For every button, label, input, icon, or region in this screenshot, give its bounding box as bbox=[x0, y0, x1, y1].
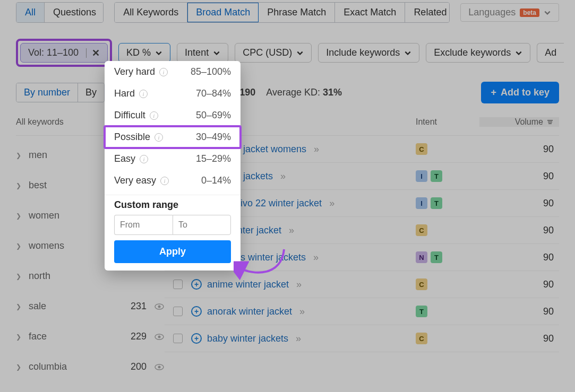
volume-cell: 90 bbox=[479, 333, 559, 344]
beta-badge: beta bbox=[520, 8, 539, 17]
view-segmented: By number By bbox=[16, 83, 105, 102]
intent-cell: C bbox=[416, 224, 479, 236]
chevron-down-icon bbox=[515, 49, 522, 57]
expand-icon[interactable]: + bbox=[191, 279, 202, 290]
languages-dropdown[interactable]: Languages beta bbox=[460, 3, 559, 22]
kd-option-label: Very easy bbox=[114, 175, 156, 186]
chevron-double-icon[interactable]: » bbox=[280, 171, 285, 182]
tab-questions[interactable]: Questions bbox=[45, 3, 104, 22]
svg-point-5 bbox=[158, 365, 161, 368]
filter-ad-label: Ad bbox=[545, 47, 556, 58]
sidebar-item-label: women bbox=[29, 210, 59, 221]
row-checkbox[interactable] bbox=[173, 334, 183, 343]
volume-cell: 90 bbox=[479, 252, 559, 263]
divider bbox=[105, 195, 241, 195]
eye-icon bbox=[154, 333, 165, 341]
filter-cpc[interactable]: CPC (USD) bbox=[235, 43, 312, 63]
sidebar-item[interactable]: ❯ sale 231 bbox=[16, 291, 165, 321]
chevron-double-icon[interactable]: » bbox=[289, 225, 293, 236]
custom-range-label: Custom range bbox=[105, 197, 241, 215]
filter-intent[interactable]: Intent bbox=[177, 43, 228, 63]
th-volume[interactable]: Volume bbox=[479, 117, 559, 127]
highlight-vol: Vol: 11–100 ✕ bbox=[16, 39, 112, 67]
intent-cell: T bbox=[416, 306, 479, 317]
tab-all[interactable]: All bbox=[16, 3, 45, 22]
chevron-right-icon: ❯ bbox=[16, 363, 21, 371]
kd-option-label: Easy bbox=[114, 153, 135, 164]
row-checkbox[interactable] bbox=[173, 307, 183, 316]
svg-point-3 bbox=[158, 335, 161, 338]
tab-exact-match[interactable]: Exact Match bbox=[335, 3, 405, 22]
info-icon[interactable]: i bbox=[140, 155, 148, 163]
apply-button[interactable]: Apply bbox=[114, 240, 231, 263]
kd-option[interactable]: Difficulti 50–69% bbox=[105, 104, 241, 126]
chevron-double-icon[interactable]: » bbox=[313, 252, 317, 263]
chevron-double-icon[interactable]: » bbox=[296, 333, 300, 344]
filter-include-label: Include keywords bbox=[326, 47, 400, 58]
filter-exclude[interactable]: Exclude keywords bbox=[426, 43, 530, 63]
keyword-link[interactable]: anorak winter jacket bbox=[207, 306, 292, 317]
sidebar-item-label: north bbox=[29, 271, 50, 282]
sidebar-item-label: men bbox=[29, 150, 47, 161]
expand-icon[interactable]: + bbox=[191, 333, 202, 344]
tab-related[interactable]: Related bbox=[405, 3, 450, 22]
filter-intent-label: Intent bbox=[185, 47, 209, 58]
view-by-number[interactable]: By number bbox=[16, 83, 78, 102]
info-icon[interactable]: i bbox=[160, 177, 169, 185]
tab-phrase-match[interactable]: Phrase Match bbox=[259, 3, 335, 22]
kd-option-label: Possible bbox=[114, 132, 150, 143]
intent-badge-T: T bbox=[431, 251, 442, 263]
kd-option[interactable]: Very easyi 0–14% bbox=[105, 170, 241, 191]
filter-volume[interactable]: Vol: 11–100 ✕ bbox=[20, 43, 108, 63]
th-intent[interactable]: Intent bbox=[416, 117, 479, 127]
info-icon[interactable]: i bbox=[139, 90, 148, 98]
keyword-link[interactable]: anime winter jacket bbox=[207, 279, 289, 290]
kd-option[interactable]: Hardi 70–84% bbox=[105, 83, 241, 104]
main-grid: All keywords ❯ men ❯ best ❯ women ❯ wome… bbox=[16, 113, 559, 382]
intent-badge-I: I bbox=[416, 197, 427, 209]
sidebar-item[interactable]: ❯ columbia 200 bbox=[16, 352, 165, 382]
filter-ad[interactable]: Ad bbox=[537, 43, 564, 63]
from-input[interactable] bbox=[114, 215, 173, 235]
tab-broad-match[interactable]: Broad Match bbox=[187, 3, 259, 22]
info-icon[interactable]: i bbox=[159, 68, 168, 76]
add-to-keyword-button[interactable]: + Add to key bbox=[481, 82, 559, 103]
kd-option-label: Hard bbox=[114, 88, 135, 99]
volume-cell: 90 bbox=[479, 171, 559, 182]
volume-cell: 90 bbox=[479, 279, 559, 290]
stat-avg-kd: Average KD: 31% bbox=[266, 87, 342, 98]
sort-icon bbox=[546, 118, 554, 126]
intent-badge-T: T bbox=[416, 306, 427, 317]
tab-all-keywords[interactable]: All Keywords bbox=[115, 3, 187, 22]
to-input[interactable] bbox=[173, 215, 231, 235]
keyword-link[interactable]: baby winter jackets bbox=[207, 333, 288, 344]
filter-cpc-label: CPC (USD) bbox=[243, 47, 292, 58]
close-icon[interactable]: ✕ bbox=[86, 48, 100, 58]
chevron-double-icon[interactable]: » bbox=[314, 144, 318, 155]
filter-kd[interactable]: KD % bbox=[118, 43, 170, 63]
kd-option[interactable]: Easyi 15–29% bbox=[105, 148, 241, 170]
row-checkbox[interactable] bbox=[173, 280, 183, 289]
kd-option-range: 70–84% bbox=[196, 88, 231, 99]
sidebar-item[interactable]: ❯ face 229 bbox=[16, 321, 165, 352]
chevron-right-icon: ❯ bbox=[16, 212, 21, 220]
intent-cell: IT bbox=[416, 197, 479, 209]
info-icon[interactable]: i bbox=[155, 133, 163, 142]
kd-dropdown: Very hardi 85–100%Hardi 70–84%Difficulti… bbox=[105, 61, 241, 271]
chevron-double-icon[interactable]: » bbox=[329, 198, 333, 209]
filter-include[interactable]: Include keywords bbox=[318, 43, 419, 63]
chevron-double-icon[interactable]: » bbox=[299, 306, 304, 317]
eye-icon bbox=[154, 363, 165, 371]
filter-row: Vol: 11–100 ✕ KD % Intent CPC (USD) Incl… bbox=[16, 39, 559, 67]
expand-icon[interactable]: + bbox=[191, 306, 202, 317]
table-row: + anorak winter jacket » T 90 bbox=[165, 298, 559, 325]
kd-option[interactable]: Very hardi 85–100% bbox=[105, 61, 241, 83]
kd-option[interactable]: Possiblei 30–49% bbox=[105, 126, 241, 148]
intent-cell: C bbox=[416, 333, 479, 344]
chevron-right-icon: ❯ bbox=[16, 182, 21, 189]
view-by[interactable]: By bbox=[78, 83, 104, 102]
chevron-double-icon[interactable]: » bbox=[296, 279, 301, 290]
info-icon[interactable]: i bbox=[150, 111, 158, 120]
volume-cell: 90 bbox=[479, 306, 559, 317]
chevron-right-icon: ❯ bbox=[16, 273, 21, 280]
